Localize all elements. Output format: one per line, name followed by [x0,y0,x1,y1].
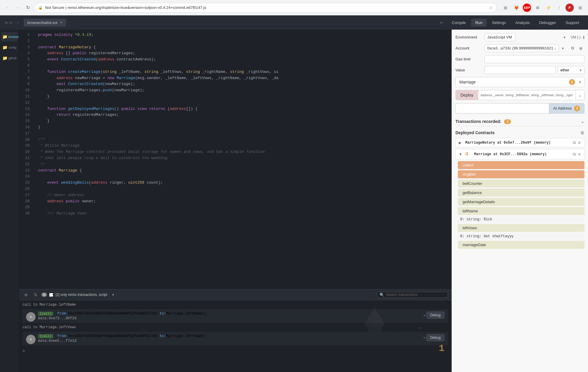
deploy-expand-btn[interactable]: ⌄ [576,90,584,100]
fn-marriagedate-btn[interactable]: marriageDate [458,241,584,249]
debug-btn-2[interactable]: Debug [426,334,444,341]
file-tab-close[interactable]: ✕ [60,20,63,25]
refresh-button[interactable]: ↻ [24,4,32,12]
metamask-icon[interactable]: 🦊 [512,4,520,12]
marriage-arrow[interactable]: ▼ [459,152,463,156]
console-checkbox[interactable] [49,293,53,297]
contract-row-notary[interactable]: ▶ MarriageNotary at 0x5e7...26e9f (memor… [455,138,584,147]
environment-select[interactable]: JavaScript VM Injected Web3 Web3 Provide… [485,33,515,41]
console-badge: 0 [42,293,47,297]
debugger-btn[interactable]: Debugger [535,19,560,27]
sidebar-item-browser-label: browser [9,35,19,39]
marriage-copy-icon[interactable]: ⧉ [573,152,576,157]
environment-row: Environment JavaScript VM Injected Web3 … [455,33,584,41]
deploy-button[interactable]: Deploy [456,90,478,100]
console-toolbar: ⊗ ⇅ 0 [2] only remix transactions, scrip… [19,289,452,300]
run-btn[interactable]: Run [471,19,487,27]
contract-row-marriage[interactable]: ▼ 4 Marriage at 0x3CF...5892a (memory) ⧉… [455,149,584,159]
compile-btn[interactable]: Compile [447,19,470,27]
notary-arrow[interactable]: ▶ [459,141,463,145]
console-clear-btn[interactable]: ⊗ [23,291,30,298]
fn-getbalance-btn[interactable]: getBalance [458,189,584,197]
fn-collect-btn[interactable]: collect [458,161,584,169]
forward-button[interactable]: → [14,4,22,12]
editor-panel: 12345 678910 1112131415 1617181920 21222… [19,30,452,372]
console-filter-text: [2] only remix transactions, script [55,293,107,297]
prev-arrow[interactable]: ‹‹ [5,20,8,25]
add-account-btn[interactable]: ⊕ [577,45,584,52]
console-prompt[interactable]: > [23,348,448,355]
code-content[interactable]: pragma solidity ^0.4.19; contract Marria… [33,30,452,289]
log-data-1: data:0xe73...06f2d [38,316,444,320]
expand-icon[interactable]: ⊞ [576,4,584,12]
fn-bellcounter-btn[interactable]: bellCounter [458,179,584,187]
gas-limit-input[interactable]: 4000000 [485,55,584,63]
search-input[interactable] [386,293,445,297]
log-avatar-2: ⚙ [26,335,36,344]
contract-selector[interactable]: Marriage MarriageNotary [455,77,584,87]
log-from-1: from: [57,312,68,316]
notary-name: MarriageNotary at 0x5e7...26e9f (memory) [465,141,571,145]
fn-getmarriagedetails-btn[interactable]: getMarriageDetails [458,198,584,206]
value-row: Value 0 wei gwei finney ether [455,66,584,74]
chrome-icon[interactable]: ⚙ [533,4,542,12]
account-select[interactable]: 0xca3...a733c (99.9999999999981621 ↓ [485,44,559,52]
transactions-section-header: Transactions recorded: 5 ⌄ [455,117,584,126]
back-button[interactable]: ← [4,4,12,12]
sidebar-item-config[interactable]: 📁 config [1,43,18,52]
at-address-input[interactable]: 0x3CF84b2696BCF70cC87E30661a028d94 [456,104,549,113]
value-unit-select[interactable]: wei gwei finney ether [558,66,584,74]
file-tab[interactable]: browser/ballot.sol ✕ [24,19,66,27]
leftname-result: 0: string: Rick [458,216,584,223]
fn-leftname-btn[interactable]: leftName [458,207,584,215]
info-icon[interactable]: ℹ [583,35,584,40]
right-panel-inner: Environment JavaScript VM Injected Web3 … [452,30,588,252]
browser-chrome: ← → ↻ 🔒 Not Secure | remix.ethereum.org/… [0,0,588,15]
fn-ringbell-btn[interactable]: ringBell [458,170,584,178]
trash-icon[interactable]: 🗑 [580,130,584,135]
sidebar-item-github[interactable]: 📁 github [1,53,18,63]
console-expand-btn[interactable]: ⇅ [32,291,39,298]
marriage-close-icon[interactable]: ✕ [578,152,581,157]
log-from-addr-2: 0xca35b7d915458ef540ade6068dfe2f44e8fa73… [68,334,157,338]
misc-icon[interactable]: ⚡ [544,4,552,12]
sidebar-item-browser[interactable]: 📁 browser [1,32,18,41]
debug-btn-1[interactable]: Debug [426,312,444,319]
url-text: Not Secure | remix.ethereum.org/#optimiz… [45,5,206,10]
account-label: Account [455,46,482,50]
log-from-addr-1: 0xca35b7d915458ef540ade6068dfe2f44e8fa73… [68,312,157,316]
next-arrow[interactable]: ›› [9,20,12,25]
abp-icon[interactable]: ABP [523,4,531,12]
profile-icon[interactable]: P [565,4,574,12]
at-address-button[interactable]: At Address 3 [549,103,584,113]
address-bar[interactable]: 🔒 Not Secure | remix.ethereum.org/#optim… [34,3,497,12]
expand-panels-btn[interactable]: ›› [440,20,443,25]
fn-leftvows-btn[interactable]: leftVows 5 [458,224,584,232]
notary-close-icon[interactable]: ✕ [578,140,581,145]
notary-copy-icon[interactable]: ⧉ [573,140,576,145]
code-editor[interactable]: 12345 678910 1112131415 1617181920 21222… [19,30,452,289]
settings-btn[interactable]: Settings [488,19,510,27]
extensions-icon[interactable]: ⊞ [501,4,510,12]
leftvows-result: 0: string: Get shwiftayyy [458,233,584,240]
environment-select-wrap: JavaScript VM Injected Web3 Web3 Provide… [485,33,568,41]
sidebar-item-config-label: config [9,46,17,49]
console-dropdown-arrow[interactable]: ▾ [110,291,117,298]
up-arrow[interactable]: ↑ [17,20,19,25]
log-entry-2: ⚙ [call] from:0xca35b7d915458ef540ade606… [23,332,448,345]
transactions-toggle[interactable]: ⌄ [581,118,584,124]
debug-expand-2[interactable]: ⌄ [423,334,426,340]
copy-account-btn[interactable]: ⧉ [569,45,576,52]
settings-icon[interactable]: ⋮ [555,4,563,12]
log-data-2: data:0xee5...f7e1d [38,339,444,343]
log-avatar-1: ⚙ [26,312,36,322]
lock-icon: 🔒 [38,6,43,10]
value-input[interactable]: 0 [485,66,555,74]
support-btn[interactable]: Support [561,19,583,27]
transactions-label: Transactions recorded: [455,119,501,124]
log-from-2: from: [57,334,68,338]
analysis-btn[interactable]: Analysis [511,19,534,27]
deployed-header: Deployed Contracts 🗑 [455,129,584,136]
debug-expand-1[interactable]: ⌄ [423,312,426,317]
nav-arrows: ‹‹ ›› [5,20,12,25]
